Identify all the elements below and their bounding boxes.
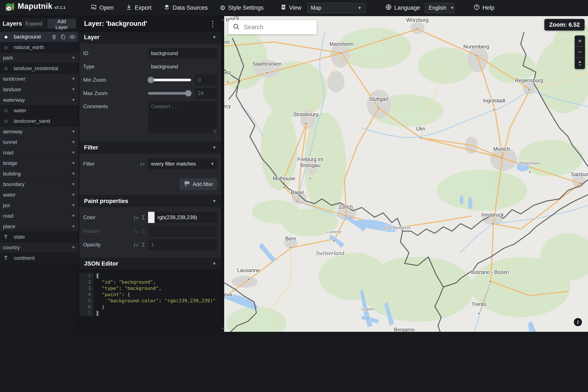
add-filter-button[interactable]: Add filter (180, 178, 217, 190)
function-fx-icon[interactable]: ƒx (140, 161, 145, 167)
min-zoom-input[interactable] (195, 74, 217, 85)
trash-icon[interactable] (51, 34, 57, 40)
filter-field-row: Filter ƒx every filter matches ▼ (83, 158, 217, 170)
editor-scrollbar[interactable]: ▲ ▼ (221, 16, 224, 332)
layer-group-landcover[interactable]: landcover▼ (0, 74, 78, 84)
layer-item-background[interactable]: ◆background (0, 32, 78, 42)
comments-textarea[interactable] (148, 101, 217, 133)
id-input[interactable] (148, 48, 217, 59)
color-swatch[interactable] (148, 212, 155, 223)
chevron-down-icon: ▼ (71, 140, 75, 144)
chevron-down-icon: ▼ (212, 35, 216, 40)
chevron-down-icon: ▼ (212, 145, 216, 150)
chevron-down-icon: ▼ (71, 98, 75, 102)
layer-group-tunnel[interactable]: tunnel▼ (0, 137, 78, 148)
json-line-number: 6 (79, 304, 93, 310)
map-canvas[interactable]: bourgocWürzburgMannheimNurembergSaarbrüc… (224, 16, 588, 332)
max-zoom-input[interactable] (195, 88, 217, 99)
color-input[interactable] (155, 214, 221, 220)
data-sources-menu-item[interactable]: Data Sources (164, 4, 208, 12)
expand-button[interactable]: Expand (22, 19, 45, 28)
language-globe-icon (385, 4, 392, 12)
sigma-zoom-function-icon[interactable]: Σ (142, 242, 145, 248)
map-city-dot (283, 187, 285, 188)
map-label-innsbruck: Innsbruck (481, 212, 504, 218)
pattern-input[interactable] (148, 226, 217, 237)
sigma-zoom-function-icon[interactable]: Σ (142, 214, 145, 220)
function-fx-icon[interactable]: ƒx (133, 214, 138, 220)
layer-group-aeroway[interactable]: aeroway▼ (0, 126, 78, 137)
export-menu-item[interactable]: Export (126, 4, 152, 12)
section-header-json-editor[interactable]: JSON Editor ▼ (79, 258, 221, 270)
layer-actions (51, 34, 75, 40)
layer-group-poi[interactable]: poi▼ (0, 200, 78, 211)
chevron-down-icon: ▼ (446, 6, 454, 10)
layer-item-natural_earth[interactable]: ◇natural_earth (0, 42, 78, 53)
layer-editor-panel: Layer: 'background' ⋮ Layer ▼ ID Type ba… (79, 16, 224, 332)
style-settings-icon: ⚙ (220, 5, 226, 11)
layer-group-landuse[interactable]: landuse▼ (0, 84, 78, 95)
view-select[interactable]: Map ▼ (307, 3, 366, 13)
layer-group-waterway[interactable]: waterway▼ (0, 95, 78, 105)
max-zoom-slider[interactable] (148, 92, 191, 94)
scroll-up-icon[interactable]: ▲ (221, 18, 224, 21)
search-input[interactable] (244, 24, 312, 31)
layer-group-road[interactable]: road▼ (0, 148, 78, 158)
layer-group-boundary[interactable]: boundary▼ (0, 179, 78, 190)
layer-item-landcover_sand[interactable]: ◇landcover_sand (0, 116, 78, 126)
min-zoom-slider[interactable] (148, 79, 191, 81)
map-label-etz: etz (224, 70, 231, 76)
opacity-input[interactable] (148, 239, 217, 250)
layer-group-bridge[interactable]: bridge▼ (0, 158, 78, 168)
color-field-row: Color ƒx Σ (83, 212, 217, 223)
layer-group-country[interactable]: country▼ (0, 242, 78, 253)
layer-item-water[interactable]: ◇water (0, 105, 78, 116)
duplicate-icon[interactable] (60, 34, 66, 40)
layer-group-water[interactable]: water▼ (0, 190, 78, 200)
help-menu-item[interactable]: Help (473, 4, 495, 12)
min-zoom-label: Min Zoom (83, 77, 148, 83)
zoom-out-button[interactable]: − (575, 47, 585, 58)
attribution-info-icon[interactable]: i (574, 318, 582, 326)
map-city-dot (489, 280, 491, 282)
view-select-value: Map (311, 5, 321, 11)
max-zoom-slider-thumb[interactable] (185, 90, 192, 96)
pitch-bearing-button[interactable] (575, 58, 585, 69)
layers-panel: Layers Expand Add Layer ◆background◇natu… (0, 16, 79, 332)
min-zoom-slider-thumb[interactable] (148, 77, 154, 83)
map-city-dot (227, 81, 229, 83)
layer-menu-kebab-icon[interactable]: ⋮ (209, 20, 216, 27)
maputnik-logo-icon (4, 2, 15, 14)
map-label-bern: Bern (285, 236, 296, 242)
layer-group-building[interactable]: building▼ (0, 168, 78, 179)
scroll-down-icon[interactable]: ▼ (221, 327, 224, 330)
function-fx-icon[interactable]: ƒx (133, 242, 138, 248)
section-header-paint[interactable]: Paint properties ▼ (79, 196, 221, 207)
layer-item-continent[interactable]: Tcontinent (0, 253, 78, 264)
layer-label: poi (3, 202, 10, 208)
layer-label: tunnel (3, 139, 17, 145)
layer-group-park[interactable]: park▼ (0, 53, 78, 63)
zoom-in-button[interactable]: + (575, 36, 585, 47)
filter-combinator-select[interactable]: every filter matches ▼ (148, 158, 217, 170)
section-title-paint: Paint properties (84, 198, 128, 204)
language-select[interactable]: English ▼ (425, 3, 455, 13)
section-header-layer[interactable]: Layer ▼ (79, 32, 221, 43)
layer-item-state[interactable]: Tstate (0, 232, 78, 242)
layer-label: boundary (3, 181, 24, 187)
add-filter-icon (184, 181, 190, 188)
section-header-filter[interactable]: Filter ▼ (79, 142, 221, 154)
map-city-dot (478, 312, 480, 314)
chevron-down-icon: ▼ (71, 161, 75, 166)
visibility-eye-icon[interactable] (69, 34, 75, 40)
style-settings-menu-item[interactable]: ⚙ Style Settings (220, 4, 264, 11)
layer-item-landuse_residential[interactable]: ◇landuse_residential (0, 63, 78, 74)
add-layer-button[interactable]: Add Layer (47, 19, 76, 28)
layer-group-road[interactable]: road▼ (0, 211, 78, 221)
open-menu-item[interactable]: Open (90, 4, 114, 12)
json-line-5: 5 "background-color": "rgb(239,239,239)" (79, 298, 221, 304)
layer-group-place[interactable]: place▼ (0, 221, 78, 232)
map-city-dot (501, 157, 503, 159)
map-city-dot (266, 72, 268, 74)
json-editor[interactable]: 1{2 "id": "background",3 "type": "backgr… (79, 270, 221, 323)
